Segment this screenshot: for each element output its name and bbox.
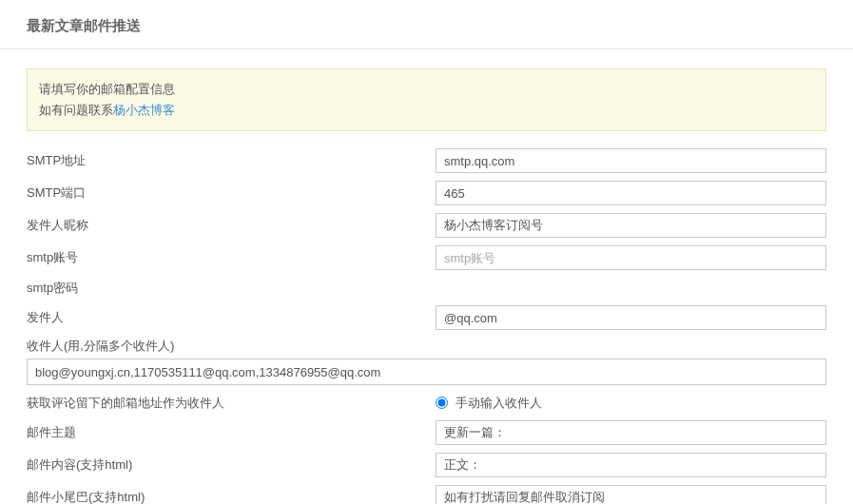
input-sender[interactable] [436, 305, 826, 330]
label-smtp-addr: SMTP地址 [27, 152, 436, 169]
notice-box: 请填写你的邮箱配置信息 如有问题联系杨小杰博客 [27, 68, 826, 131]
notice-line-1: 请填写你的邮箱配置信息 [39, 79, 814, 100]
input-sender-nick[interactable] [436, 213, 826, 238]
input-body[interactable] [436, 453, 826, 477]
label-subject: 邮件主题 [27, 424, 436, 441]
label-smtp-port: SMTP端口 [27, 184, 436, 202]
settings-panel: 最新文章邮件推送 请填写你的邮箱配置信息 如有问题联系杨小杰博客 SMTP地址 … [0, 0, 853, 504]
notice-link[interactable]: 杨小杰博客 [113, 103, 175, 117]
form-content: 请填写你的邮箱配置信息 如有问题联系杨小杰博客 SMTP地址 SMTP端口 发件… [0, 49, 853, 504]
label-recip-mode: 获取评论留下的邮箱地址作为收件人 [27, 395, 436, 412]
radio-manual-recipients-label: 手动输入收件人 [456, 395, 542, 412]
input-subject[interactable] [436, 420, 826, 445]
radio-manual-recipients-wrap[interactable]: 手动输入收件人 [436, 395, 826, 412]
input-footer[interactable] [436, 485, 826, 504]
input-smtp-addr[interactable] [436, 148, 826, 173]
notice-line-2: 如有问题联系杨小杰博客 [39, 100, 814, 121]
label-sender: 发件人 [27, 309, 436, 326]
page-title: 最新文章邮件推送 [0, 0, 853, 49]
label-recipients: 收件人(用,分隔多个收件人) [27, 338, 826, 355]
radio-manual-recipients[interactable] [436, 397, 448, 409]
label-sender-nick: 发件人昵称 [27, 217, 436, 234]
label-smtp-user: smtp账号 [27, 249, 436, 266]
label-footer: 邮件小尾巴(支持html) [27, 489, 436, 504]
input-recipients[interactable] [27, 359, 826, 385]
label-smtp-pass: smtp密码 [27, 280, 436, 297]
label-body: 邮件内容(支持html) [27, 456, 436, 474]
input-smtp-user[interactable] [436, 245, 826, 270]
input-smtp-port[interactable] [436, 181, 826, 205]
notice-prefix: 如有问题联系 [39, 103, 113, 117]
